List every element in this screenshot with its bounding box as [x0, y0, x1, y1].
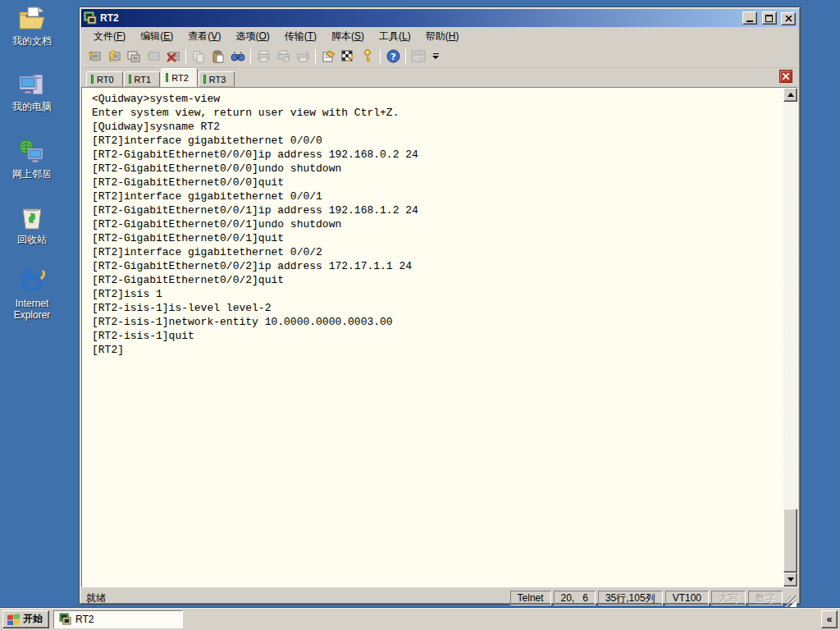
desktop-icon-my-computer[interactable]: 我的电脑 — [5, 71, 59, 112]
my-documents-icon — [17, 5, 47, 33]
terminal-line: Enter system view, return user view with… — [92, 106, 783, 120]
quick-connect-icon[interactable] — [84, 48, 104, 66]
terminal-line: [RT2]interface gigabitethernet 0/0/2 — [92, 245, 783, 259]
tab-close-icon[interactable] — [779, 70, 792, 83]
terminal-line: [RT2-isis-1]is-level level-2 — [92, 301, 783, 315]
desktop-icon-label: 网上邻居 — [5, 168, 59, 180]
resize-grip[interactable] — [785, 596, 797, 607]
start-button[interactable]: 开始 — [2, 610, 49, 628]
key-agent-icon[interactable] — [358, 48, 377, 66]
vertical-scrollbar[interactable] — [783, 88, 797, 587]
recycle-bin-icon — [17, 203, 47, 231]
find-icon[interactable] — [228, 48, 248, 66]
terminal-line: [RT2-isis-1]quit — [92, 329, 783, 343]
toolbar-separator — [380, 49, 381, 64]
status-protocol: Telnet — [510, 591, 551, 605]
tab-label: RT3 — [209, 75, 226, 84]
menu-tools[interactable]: 工具(L) — [372, 28, 418, 45]
toolbar: ? — [81, 45, 798, 68]
maximize-button[interactable] — [762, 11, 777, 25]
menu-file[interactable]: 文件(F) — [86, 28, 133, 45]
terminal-line: [RT2-GigabitEthernet0/0/2]ip address 172… — [92, 259, 783, 273]
tab-rt0[interactable]: RT0 — [86, 71, 123, 87]
toolbar-overflow-icon[interactable] — [430, 53, 441, 59]
terminal-line: [RT2-GigabitEthernet0/0/1]quit — [92, 231, 783, 245]
tab-status-indicator — [129, 75, 131, 84]
desktop-icon-network-places[interactable]: 网上邻居 — [5, 138, 59, 180]
print-preview-icon — [273, 48, 293, 66]
terminal-line: [RT2]interface gigabitethernet 0/0/0 — [92, 134, 783, 148]
window-title: RT2 — [100, 12, 741, 24]
status-emulation: VT100 — [665, 591, 709, 605]
terminal-line: [RT2-GigabitEthernet0/0/0]undo shutdown — [92, 162, 783, 176]
terminal-output[interactable]: <Quidway>system-view Enter system view, … — [83, 88, 783, 587]
status-num-lock: 数字 — [748, 591, 783, 605]
tab-status-indicator — [91, 75, 94, 84]
menu-help[interactable]: 帮助(H) — [418, 28, 467, 45]
toolbar-separator — [315, 49, 316, 64]
desktop-icon-internet-explorer[interactable]: Internet Explorer — [5, 267, 59, 321]
connect-bar-icon — [409, 48, 428, 66]
tab-status-indicator — [203, 75, 206, 84]
desktop-icon-my-documents[interactable]: 我的文档 — [5, 5, 59, 47]
tab-rt1[interactable]: RT1 — [124, 71, 161, 87]
scroll-down-icon[interactable] — [783, 573, 797, 587]
menu-options[interactable]: 选项(O) — [228, 28, 276, 45]
start-label: 开始 — [23, 612, 43, 626]
status-screen-size: 35行,105列 — [598, 591, 663, 605]
toolbar-separator — [250, 49, 251, 64]
scroll-up-icon[interactable] — [783, 88, 797, 102]
menu-transfer[interactable]: 传输(T) — [277, 28, 324, 45]
tab-rt3[interactable]: RT3 — [199, 71, 235, 87]
disconnect-icon[interactable] — [163, 48, 183, 66]
terminal-line: [RT2-GigabitEthernet0/0/1]undo shutdown — [92, 217, 783, 231]
paste-icon[interactable] — [208, 48, 228, 66]
my-computer-icon — [17, 71, 47, 98]
terminal-line: [RT2-GigabitEthernet0/0/2]quit — [92, 273, 783, 287]
menu-edit[interactable]: 编辑(E) — [133, 28, 180, 45]
terminal-line: <Quidway>system-view — [92, 92, 783, 106]
toolbar-separator — [405, 49, 406, 64]
status-bar: 就绪 Telnet 20, 6 35行,105列 VT100 大写 数字 — [81, 587, 798, 607]
tab-label: RT2 — [171, 73, 189, 83]
terminal-window: RT2 文件(F) 编辑(E) 查看(V) 选项(O) 传输(T) 脚本(S) … — [79, 7, 801, 605]
reconnect-icon — [144, 48, 163, 66]
copy-icon — [189, 48, 208, 66]
internet-explorer-icon — [17, 267, 47, 295]
desktop-icon-label: 我的文档 — [5, 35, 59, 47]
desktop-icon-label: 我的电脑 — [5, 101, 59, 112]
title-bar[interactable]: RT2 — [81, 9, 798, 27]
status-ready: 就绪 — [86, 591, 508, 605]
menu-view[interactable]: 查看(V) — [180, 28, 228, 45]
menu-script[interactable]: 脚本(S) — [324, 28, 372, 45]
terminal-line: [RT2-GigabitEthernet0/0/0]ip address 192… — [92, 148, 783, 162]
app-icon — [84, 11, 97, 25]
status-cursor-position: 20, 6 — [554, 591, 596, 605]
tray-collapse-icon[interactable]: « — [821, 610, 838, 628]
keymap-icon[interactable] — [338, 48, 358, 66]
desktop-icon-label: Internet Explorer — [5, 298, 59, 321]
desktop-icon-label: 回收站 — [5, 234, 59, 245]
terminal-line: [RT2] — [92, 343, 783, 357]
close-button[interactable] — [781, 12, 796, 25]
help-icon[interactable]: ? — [383, 48, 403, 66]
desktop-icon-recycle-bin[interactable]: 回收站 — [5, 203, 59, 245]
toolbar-separator — [185, 49, 186, 64]
minimize-button[interactable] — [742, 11, 757, 25]
terminal-frame: <Quidway>system-view Enter system view, … — [81, 87, 798, 587]
tab-label: RT0 — [97, 75, 114, 84]
terminal-line: [RT2]interface gigabitethernet 0/0/1 — [92, 189, 783, 203]
terminal-line: [RT2-GigabitEthernet0/0/1]ip address 192… — [92, 203, 783, 217]
terminal-line: [RT2-isis-1]network-entity 10.0000.0000.… — [92, 315, 783, 329]
session-tab-bar: RT0 RT1 RT2 RT3 — [81, 68, 798, 87]
task-label: RT2 — [75, 614, 94, 625]
session-options-icon[interactable] — [318, 48, 338, 66]
connect-icon[interactable] — [104, 48, 124, 66]
scrollbar-thumb[interactable] — [783, 509, 797, 573]
terminal-line: [Quidway]sysname RT2 — [92, 120, 783, 134]
print-icon — [253, 48, 273, 66]
tab-rt2[interactable]: RT2 — [161, 68, 198, 87]
connect-in-tab-icon[interactable] — [124, 48, 144, 66]
taskbar-task-rt2[interactable]: RT2 — [53, 610, 183, 628]
network-places-icon — [17, 138, 47, 166]
